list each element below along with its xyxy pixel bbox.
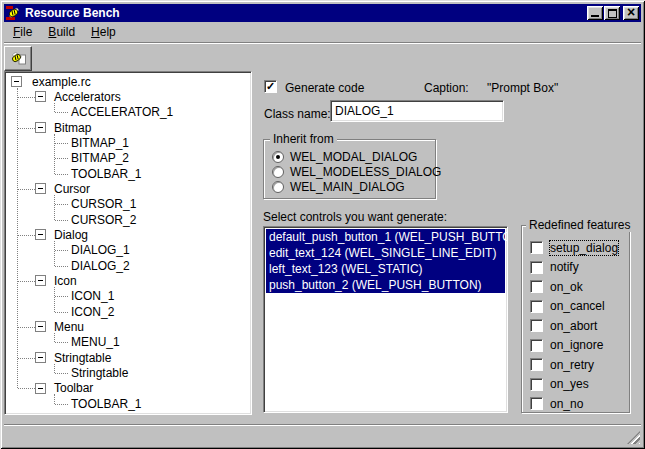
tree-branch-row[interactable]: Menu <box>7 319 249 334</box>
list-item[interactable]: left_text_123 (WEL_STATIC) <box>266 261 505 277</box>
feature-checkbox-row[interactable]: on_ok <box>530 280 629 293</box>
class-name-input[interactable] <box>330 100 504 122</box>
tree-node-label[interactable]: Cursor <box>54 182 90 196</box>
generate-code-button[interactable] <box>4 46 32 71</box>
tree-node-label[interactable]: BITMAP_2 <box>71 151 129 165</box>
menubar: File Build Help <box>4 23 641 42</box>
tree-collapse-icon[interactable] <box>35 122 46 133</box>
menu-build[interactable]: Build <box>40 23 83 42</box>
tree-node-label[interactable]: TOOLBAR_1 <box>71 397 141 411</box>
list-item[interactable]: edit_text_124 (WEL_SINGLE_LINE_EDIT) <box>266 245 505 261</box>
radio-option[interactable]: WEL_MODELESS_DIALOG <box>272 164 435 179</box>
tree-node-label[interactable]: MENU_1 <box>71 335 120 349</box>
generate-code-checkbox[interactable] <box>264 80 277 93</box>
tree-leaf-row[interactable]: CURSOR_1 <box>7 197 249 212</box>
toolbar <box>4 45 641 72</box>
feature-checkbox-row[interactable]: on_abort <box>530 319 629 332</box>
menu-help-label: elp <box>100 25 116 39</box>
tree-leaf-row[interactable]: CURSOR_2 <box>7 212 249 227</box>
menu-help[interactable]: Help <box>83 23 124 42</box>
tree-leaf-row[interactable]: MENU_1 <box>7 335 249 350</box>
tree-branch-row[interactable]: Toolbar <box>7 381 249 396</box>
radio-option[interactable]: WEL_MAIN_DIALOG <box>272 179 435 194</box>
window-controls <box>587 6 639 20</box>
checkbox-label: setup_dialog <box>550 241 618 255</box>
tree-node-label[interactable]: Toolbar <box>54 381 93 395</box>
tree-node-label[interactable]: Stringtable <box>71 366 128 380</box>
tree-node-label[interactable]: Accelerators <box>54 90 121 104</box>
radio-icon <box>272 151 284 163</box>
feature-checkbox-row[interactable]: notify <box>530 261 629 274</box>
minus-glyph <box>38 280 43 281</box>
resize-grip[interactable] <box>627 431 640 444</box>
tree-leaf-row[interactable]: BITMAP_1 <box>7 135 249 150</box>
tree-node-label[interactable]: Bitmap <box>54 121 91 135</box>
tree-node-label[interactable]: CURSOR_2 <box>71 213 136 227</box>
tree-leaf-row[interactable]: DIALOG_2 <box>7 258 249 273</box>
tree-node-label[interactable]: ICON_2 <box>71 305 114 319</box>
tree-node-label[interactable]: Dialog <box>54 228 88 242</box>
tree-collapse-icon[interactable] <box>35 352 46 363</box>
radio-option[interactable]: WEL_MODAL_DIALOG <box>272 149 435 164</box>
tree-branch-row[interactable]: Icon <box>7 273 249 288</box>
tree-branch-row[interactable]: Dialog <box>7 227 249 242</box>
checkbox-icon <box>530 397 543 410</box>
window-title: Resource Bench <box>25 6 120 20</box>
tree-collapse-icon[interactable] <box>35 183 46 194</box>
menu-file[interactable]: File <box>5 23 40 42</box>
tree-node-label[interactable]: ACCELERATOR_1 <box>71 105 173 119</box>
tree-branch-row[interactable]: Cursor <box>7 181 249 196</box>
tree-node-label[interactable]: DIALOG_1 <box>71 243 130 257</box>
tree-collapse-icon[interactable] <box>35 275 46 286</box>
tree-node-label[interactable]: TOOLBAR_1 <box>71 167 141 181</box>
tree-collapse-icon[interactable] <box>35 321 46 332</box>
tree-node-label[interactable]: CURSOR_1 <box>71 197 136 211</box>
tree-collapse-icon[interactable] <box>35 91 46 102</box>
feature-checkbox-row[interactable]: on_cancel <box>530 300 629 313</box>
feature-checkbox-row[interactable]: on_ignore <box>530 339 629 352</box>
controls-listbox[interactable]: default_push_button_1 (WEL_PUSH_BUTTON)e… <box>263 226 508 413</box>
list-item[interactable]: push_button_2 (WEL_PUSH_BUTTON) <box>266 277 505 293</box>
tree-leaf-row[interactable]: ICON_1 <box>7 289 249 304</box>
close-button[interactable] <box>623 6 639 20</box>
list-item[interactable]: default_push_button_1 (WEL_PUSH_BUTTON) <box>266 229 505 245</box>
tree-leaf-row[interactable]: Stringtable <box>7 365 249 380</box>
caption-label: Caption: <box>424 81 469 95</box>
feature-checkbox-row[interactable]: setup_dialog <box>530 241 629 254</box>
menu-help-hotkey: H <box>91 25 100 39</box>
maximize-button[interactable] <box>604 6 620 20</box>
tree-node-label[interactable]: example.rc <box>32 75 91 89</box>
tree-leaf-row[interactable]: ACCELERATOR_1 <box>7 105 249 120</box>
inherit-from-group: Inherit from WEL_MODAL_DIALOGWEL_MODELES… <box>263 139 436 199</box>
tree-branch-row[interactable]: example.rc <box>7 74 249 89</box>
tree-leaf-row[interactable]: TOOLBAR_1 <box>7 166 249 181</box>
tree-collapse-icon[interactable] <box>35 383 46 394</box>
tree-node-label[interactable]: BITMAP_1 <box>71 136 129 150</box>
tree-collapse-icon[interactable] <box>11 76 22 87</box>
tree-collapse-icon[interactable] <box>35 229 46 240</box>
tree-leaf-row[interactable]: TOOLBAR_1 <box>7 396 249 411</box>
feature-checkbox-row[interactable]: on_no <box>530 397 629 410</box>
tree-node-label[interactable]: Icon <box>54 274 77 288</box>
checkbox-label: on_abort <box>550 319 597 333</box>
feature-checkbox-row[interactable]: on_retry <box>530 358 629 371</box>
tree-branch-row[interactable]: Accelerators <box>7 89 249 104</box>
resource-tree[interactable]: example.rcAcceleratorsACCELERATOR_1Bitma… <box>4 71 252 415</box>
checkbox-label: notify <box>550 260 579 274</box>
minus-glyph <box>38 127 43 128</box>
radio-label: WEL_MODELESS_DIALOG <box>290 165 441 179</box>
caption-value: "Prompt Box" <box>487 81 558 95</box>
tree-node-label[interactable]: DIALOG_2 <box>71 259 130 273</box>
tree-node-label[interactable]: Menu <box>54 320 84 334</box>
checkbox-icon <box>530 339 543 352</box>
titlebar[interactable]: Resource Bench <box>4 4 641 22</box>
feature-checkbox-row[interactable]: on_yes <box>530 378 629 391</box>
tree-leaf-row[interactable]: DIALOG_1 <box>7 243 249 258</box>
tree-leaf-row[interactable]: ICON_2 <box>7 304 249 319</box>
tree-leaf-row[interactable]: BITMAP_2 <box>7 151 249 166</box>
tree-branch-row[interactable]: Bitmap <box>7 120 249 135</box>
tree-node-label[interactable]: ICON_1 <box>71 289 114 303</box>
minimize-button[interactable] <box>587 6 603 20</box>
tree-node-label[interactable]: Stringtable <box>54 351 111 365</box>
tree-branch-row[interactable]: Stringtable <box>7 350 249 365</box>
